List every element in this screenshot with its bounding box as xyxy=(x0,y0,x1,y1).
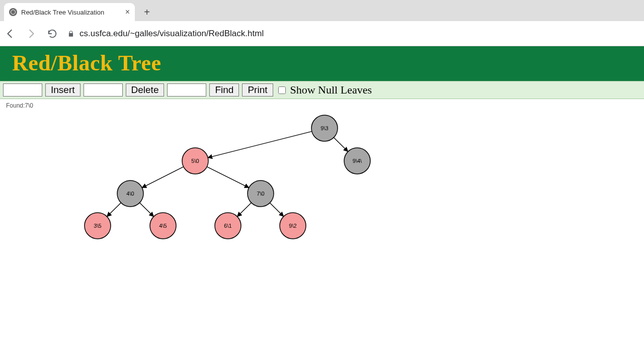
tree-node-label: 3\5 xyxy=(94,223,101,229)
address-bar[interactable]: cs.usfca.edu/~galles/visualization/RedBl… xyxy=(67,29,264,39)
tree-edge xyxy=(334,137,348,151)
tab-title: Red/Black Tree Visualization xyxy=(21,9,104,16)
tree-edge xyxy=(140,203,154,217)
url-text: cs.usfca.edu/~galles/visualization/RedBl… xyxy=(79,29,264,39)
tree-node-label: 9\4\ xyxy=(353,158,362,164)
tree-node-label: 4\5 xyxy=(159,223,167,229)
tree-node-label: 5\0 xyxy=(191,158,199,164)
tree-node: 6\1 xyxy=(215,213,241,239)
tree-edge xyxy=(107,203,121,217)
tree-node-label: 9\3 xyxy=(320,125,328,131)
tree-node-label: 7\0 xyxy=(257,191,264,197)
lock-icon xyxy=(67,30,74,37)
browser-tab-strip: Red/Black Tree Visualization × + xyxy=(0,0,644,21)
find-button[interactable]: Find xyxy=(209,83,239,97)
tree-node-label: 6\1 xyxy=(224,223,231,229)
show-null-checkbox[interactable] xyxy=(278,86,286,94)
tree-node-label: 4\0 xyxy=(126,191,134,197)
tree-edge xyxy=(207,167,249,188)
insert-input[interactable] xyxy=(3,83,42,97)
forward-button[interactable] xyxy=(25,28,37,40)
find-input[interactable] xyxy=(167,83,206,97)
visualization-canvas: Found:7\0 9\35\09\4\4\07\03\54\56\19\2 xyxy=(0,99,644,355)
tree-node: 4\5 xyxy=(150,213,176,239)
page-title: Red/Black Tree xyxy=(12,50,632,76)
page-header: Red/Black Tree xyxy=(0,46,644,81)
browser-tab[interactable]: Red/Black Tree Visualization × xyxy=(4,3,135,21)
tree-node: 9\3 xyxy=(311,115,338,141)
delete-input[interactable] xyxy=(84,83,123,97)
tree-edge xyxy=(208,131,312,157)
tree-node: 4\0 xyxy=(117,180,143,207)
controls-bar: Insert Delete Find Print Show Null Leave… xyxy=(0,81,644,99)
tree-svg: 9\35\09\4\4\07\03\54\56\19\2 xyxy=(0,99,644,355)
tree-node: 5\0 xyxy=(182,148,208,174)
close-icon[interactable]: × xyxy=(125,8,130,17)
insert-button[interactable]: Insert xyxy=(45,83,80,97)
delete-button[interactable]: Delete xyxy=(126,83,165,97)
reload-button[interactable] xyxy=(46,28,58,40)
print-button[interactable]: Print xyxy=(242,83,273,97)
tree-node: 9\2 xyxy=(280,213,306,239)
browser-toolbar: cs.usfca.edu/~galles/visualization/RedBl… xyxy=(0,21,644,46)
show-null-label[interactable]: Show Null Leaves xyxy=(290,83,372,97)
back-button[interactable] xyxy=(4,28,16,40)
tree-node: 3\5 xyxy=(85,213,111,239)
tree-edge xyxy=(142,167,184,188)
tree-node: 9\4\ xyxy=(344,148,370,174)
tree-node-label: 9\2 xyxy=(289,223,296,229)
new-tab-button[interactable]: + xyxy=(140,5,154,19)
tree-node: 7\0 xyxy=(248,180,274,207)
tree-edge xyxy=(270,203,283,216)
tree-edge xyxy=(237,203,252,217)
globe-icon xyxy=(9,8,17,16)
